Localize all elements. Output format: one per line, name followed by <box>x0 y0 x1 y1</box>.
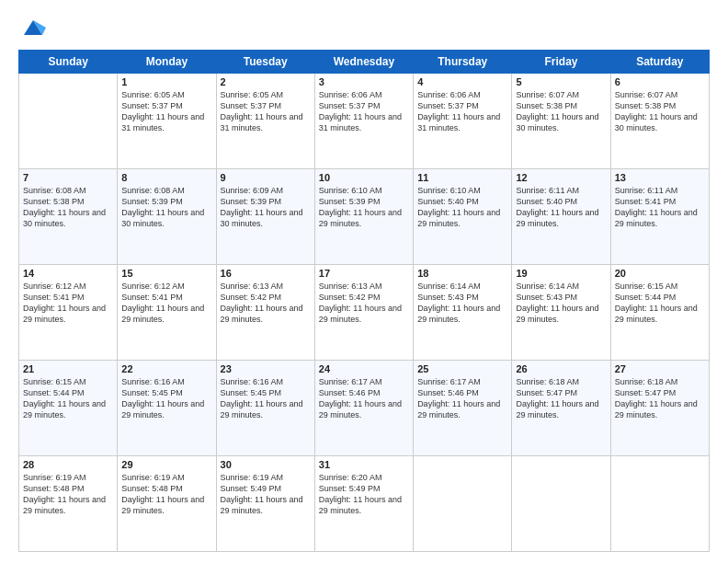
daylight-label: Daylight: 11 hours and 29 minutes. <box>221 399 303 419</box>
calendar-cell <box>414 456 512 552</box>
day-info: Sunrise: 6:06 AM Sunset: 5:37 PM Dayligh… <box>417 89 507 134</box>
sunrise-label: Sunrise: 6:16 AM <box>221 377 284 386</box>
sunset-label: Sunset: 5:46 PM <box>319 388 381 397</box>
sunset-label: Sunset: 5:44 PM <box>615 293 677 302</box>
calendar-week-row: 28 Sunrise: 6:19 AM Sunset: 5:48 PM Dayl… <box>19 456 710 552</box>
calendar-cell: 19 Sunrise: 6:14 AM Sunset: 5:43 PM Dayl… <box>512 265 610 361</box>
day-info: Sunrise: 6:12 AM Sunset: 5:41 PM Dayligh… <box>121 281 211 326</box>
sunset-label: Sunset: 5:42 PM <box>221 293 282 302</box>
day-info: Sunrise: 6:05 AM Sunset: 5:37 PM Dayligh… <box>121 89 211 134</box>
calendar-week-row: 1 Sunrise: 6:05 AM Sunset: 5:37 PM Dayli… <box>19 74 710 169</box>
daylight-label: Daylight: 11 hours and 29 minutes. <box>516 304 598 324</box>
day-info: Sunrise: 6:08 AM Sunset: 5:38 PM Dayligh… <box>23 185 113 230</box>
sunrise-label: Sunrise: 6:08 AM <box>121 186 185 195</box>
sunset-label: Sunset: 5:48 PM <box>121 484 183 493</box>
daylight-label: Daylight: 11 hours and 29 minutes. <box>23 495 106 515</box>
calendar-cell <box>19 74 118 169</box>
sunrise-label: Sunrise: 6:11 AM <box>516 186 579 195</box>
sunset-label: Sunset: 5:47 PM <box>615 388 677 397</box>
daylight-label: Daylight: 11 hours and 29 minutes. <box>417 304 500 324</box>
sunrise-label: Sunrise: 6:12 AM <box>121 282 185 291</box>
sunrise-label: Sunrise: 6:10 AM <box>417 186 481 195</box>
daylight-label: Daylight: 11 hours and 29 minutes. <box>615 208 698 228</box>
day-info: Sunrise: 6:18 AM Sunset: 5:47 PM Dayligh… <box>615 376 705 421</box>
sunset-label: Sunset: 5:40 PM <box>516 197 577 206</box>
day-number: 26 <box>516 363 606 374</box>
day-info: Sunrise: 6:17 AM Sunset: 5:46 PM Dayligh… <box>417 376 507 421</box>
calendar-cell: 20 Sunrise: 6:15 AM Sunset: 5:44 PM Dayl… <box>610 265 709 361</box>
calendar-cell: 29 Sunrise: 6:19 AM Sunset: 5:48 PM Dayl… <box>118 456 216 552</box>
day-info: Sunrise: 6:09 AM Sunset: 5:39 PM Dayligh… <box>221 185 311 230</box>
day-number: 14 <box>23 268 113 279</box>
day-number: 15 <box>121 268 211 279</box>
sunset-label: Sunset: 5:40 PM <box>417 197 479 206</box>
day-number: 17 <box>319 268 409 279</box>
daylight-label: Daylight: 11 hours and 30 minutes. <box>516 112 598 132</box>
sunrise-label: Sunrise: 6:09 AM <box>221 186 284 195</box>
sunset-label: Sunset: 5:43 PM <box>417 293 479 302</box>
logo <box>18 15 46 40</box>
calendar-cell: 10 Sunrise: 6:10 AM Sunset: 5:39 PM Dayl… <box>314 169 413 265</box>
calendar-cell: 28 Sunrise: 6:19 AM Sunset: 5:48 PM Dayl… <box>19 456 118 552</box>
sunset-label: Sunset: 5:39 PM <box>121 197 183 206</box>
sunrise-label: Sunrise: 6:06 AM <box>319 90 382 99</box>
day-info: Sunrise: 6:12 AM Sunset: 5:41 PM Dayligh… <box>23 281 113 326</box>
day-info: Sunrise: 6:19 AM Sunset: 5:48 PM Dayligh… <box>23 472 113 517</box>
day-number: 25 <box>417 363 507 374</box>
calendar-cell: 27 Sunrise: 6:18 AM Sunset: 5:47 PM Dayl… <box>610 361 709 456</box>
calendar-table: SundayMondayTuesdayWednesdayThursdayFrid… <box>18 50 710 552</box>
day-info: Sunrise: 6:10 AM Sunset: 5:39 PM Dayligh… <box>319 185 409 230</box>
sunset-label: Sunset: 5:37 PM <box>417 101 479 110</box>
daylight-label: Daylight: 11 hours and 29 minutes. <box>221 304 303 324</box>
day-number: 13 <box>615 172 705 183</box>
daylight-label: Daylight: 11 hours and 29 minutes. <box>417 399 500 419</box>
day-header-wednesday: Wednesday <box>314 51 413 74</box>
sunrise-label: Sunrise: 6:17 AM <box>417 377 481 386</box>
day-number: 24 <box>319 363 409 374</box>
sunrise-label: Sunrise: 6:18 AM <box>516 377 579 386</box>
daylight-label: Daylight: 11 hours and 31 minutes. <box>319 112 402 132</box>
sunset-label: Sunset: 5:41 PM <box>615 197 677 206</box>
sunset-label: Sunset: 5:42 PM <box>319 293 381 302</box>
sunset-label: Sunset: 5:46 PM <box>417 388 479 397</box>
calendar-cell: 23 Sunrise: 6:16 AM Sunset: 5:45 PM Dayl… <box>216 361 314 456</box>
daylight-label: Daylight: 11 hours and 29 minutes. <box>319 208 402 228</box>
sunset-label: Sunset: 5:45 PM <box>221 388 282 397</box>
daylight-label: Daylight: 11 hours and 29 minutes. <box>319 399 402 419</box>
day-info: Sunrise: 6:14 AM Sunset: 5:43 PM Dayligh… <box>417 281 507 326</box>
day-info: Sunrise: 6:16 AM Sunset: 5:45 PM Dayligh… <box>121 376 211 421</box>
day-info: Sunrise: 6:06 AM Sunset: 5:37 PM Dayligh… <box>319 89 409 134</box>
day-info: Sunrise: 6:15 AM Sunset: 5:44 PM Dayligh… <box>23 376 113 421</box>
daylight-label: Daylight: 11 hours and 30 minutes. <box>121 208 204 228</box>
sunrise-label: Sunrise: 6:19 AM <box>121 473 185 482</box>
calendar-cell: 22 Sunrise: 6:16 AM Sunset: 5:45 PM Dayl… <box>118 361 216 456</box>
day-info: Sunrise: 6:07 AM Sunset: 5:38 PM Dayligh… <box>516 89 606 134</box>
logo-icon <box>20 15 46 40</box>
day-info: Sunrise: 6:10 AM Sunset: 5:40 PM Dayligh… <box>417 185 507 230</box>
daylight-label: Daylight: 11 hours and 29 minutes. <box>121 399 204 419</box>
day-header-sunday: Sunday <box>19 51 118 74</box>
sunset-label: Sunset: 5:38 PM <box>23 197 85 206</box>
sunrise-label: Sunrise: 6:20 AM <box>319 473 382 482</box>
sunrise-label: Sunrise: 6:11 AM <box>615 186 678 195</box>
day-info: Sunrise: 6:18 AM Sunset: 5:47 PM Dayligh… <box>516 376 606 421</box>
day-number: 3 <box>319 76 409 87</box>
sunrise-label: Sunrise: 6:18 AM <box>615 377 678 386</box>
sunset-label: Sunset: 5:37 PM <box>319 101 381 110</box>
sunrise-label: Sunrise: 6:16 AM <box>121 377 185 386</box>
sunrise-label: Sunrise: 6:14 AM <box>417 282 481 291</box>
sunrise-label: Sunrise: 6:19 AM <box>221 473 284 482</box>
sunset-label: Sunset: 5:49 PM <box>221 484 282 493</box>
day-info: Sunrise: 6:16 AM Sunset: 5:45 PM Dayligh… <box>221 376 311 421</box>
sunrise-label: Sunrise: 6:07 AM <box>516 90 579 99</box>
day-number: 12 <box>516 172 606 183</box>
day-number: 29 <box>121 459 211 470</box>
daylight-label: Daylight: 11 hours and 29 minutes. <box>121 495 204 515</box>
day-number: 5 <box>516 76 606 87</box>
calendar-cell: 17 Sunrise: 6:13 AM Sunset: 5:42 PM Dayl… <box>314 265 413 361</box>
daylight-label: Daylight: 11 hours and 29 minutes. <box>615 399 698 419</box>
calendar-cell: 13 Sunrise: 6:11 AM Sunset: 5:41 PM Dayl… <box>610 169 709 265</box>
day-number: 10 <box>319 172 409 183</box>
day-info: Sunrise: 6:20 AM Sunset: 5:49 PM Dayligh… <box>319 472 409 517</box>
day-number: 6 <box>615 76 705 87</box>
